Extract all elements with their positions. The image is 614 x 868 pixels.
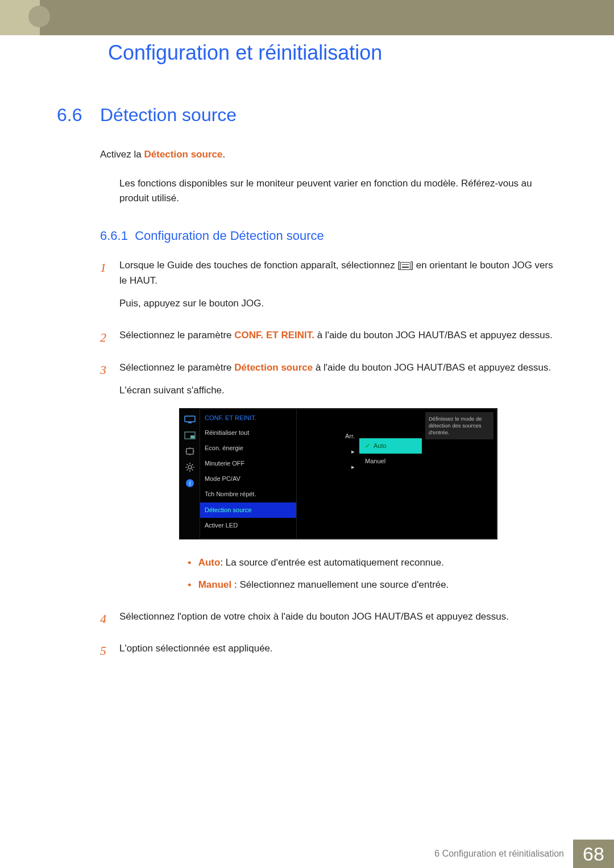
osd-val-eco: Arr. [297,429,359,444]
svg-rect-3 [190,435,194,438]
option-manuel-text: : Sélectionnez manuellement une source d… [231,579,449,590]
chapter-title: Configuration et réinitialisation [0,35,614,65]
step5-line: L'option sélectionnée est appliquée. [119,641,557,656]
osd-row-reset: Réinitialiser tout [200,425,296,441]
step1-line2: Puis, appuyez sur le bouton JOG. [119,296,557,311]
footer-page-number: 68 [573,840,614,868]
pip-icon [184,430,196,441]
osd-val-reset [297,423,359,429]
screen-icon [184,446,196,456]
bullet-icon: ● [188,578,192,592]
footer-chapter-label: 6 Configuration et réinitialisation [425,840,573,868]
step-number-1: 1 [100,258,109,319]
osd-row-led: Activer LED [200,518,296,533]
step3-keyword: Détection source [234,362,313,373]
bullet-icon: ● [188,555,192,570]
step1-line1: Lorsque le Guide des touches de fonction… [119,258,557,288]
svg-text:i: i [189,480,190,487]
osd-sub-auto: ✓Auto [359,438,422,454]
osd-header: CONF. ET REINIT. [200,412,296,425]
osd-row-pcav: Mode PC/AV [200,471,296,487]
option-manuel: ● Manuel : Sélectionnez manuellement une… [188,578,557,592]
osd-screenshot: i CONF. ET REINIT. Réinitialiser tout Ec… [179,408,497,539]
gear-icon [184,462,196,472]
intro-keyword: Détection source [144,149,222,160]
header-bar [40,0,614,35]
note-text: Les fonctions disponibles sur le moniteu… [57,176,557,206]
svg-point-5 [188,466,192,469]
step-number-5: 5 [100,641,109,664]
section-title: Détection source [100,105,237,126]
info-icon: i [184,478,196,488]
step3-line1: Sélectionnez le paramètre Détection sour… [119,360,557,375]
osd-val-timer: ▸ [297,444,359,459]
option-manuel-kw: Manuel [198,579,232,590]
header-accent [0,0,40,35]
option-auto-text: : La source d'entrée est automatiquement… [220,557,444,568]
osd-row-source: Détection source [200,502,296,518]
monitor-icon [184,414,196,425]
intro-line: Activez la Détection source. [57,147,557,162]
svg-rect-1 [188,422,192,423]
option-auto: ● Auto: La source d'entrée est automatiq… [188,555,557,570]
step-number-4: 4 [100,609,109,632]
svg-rect-4 [186,448,193,454]
section-number: 6.6 [57,105,89,126]
osd-sub-manual: Manuel [359,454,422,469]
osd-row-timer: Minuterie OFF [200,456,296,471]
option-auto-kw: Auto [198,557,221,568]
step-number-3: 3 [100,360,109,600]
osd-hint: Définissez le mode de détection des sour… [425,412,493,439]
subsection-number: 6.6.1 [100,229,128,243]
step4-line: Sélectionnez l'option de votre choix à l… [119,609,557,624]
svg-rect-0 [185,416,195,422]
step2-keyword: CONF. ET REINIT. [234,330,314,340]
osd-row-eco: Econ. énergie [200,441,296,456]
step3-line2: L'écran suivant s'affiche. [119,383,557,398]
subsection-title: Configuration de Détection source [135,229,324,243]
osd-row-keyrepeat: Tch Nombre répét. [200,487,296,502]
intro-prefix: Activez la [100,149,144,160]
step-number-2: 2 [100,328,109,351]
intro-suffix: . [222,149,225,160]
osd-val-pcav: ▸ [297,459,359,475]
step2-line: Sélectionnez le paramètre CONF. ET REINI… [119,328,557,343]
menu-icon [400,262,410,270]
